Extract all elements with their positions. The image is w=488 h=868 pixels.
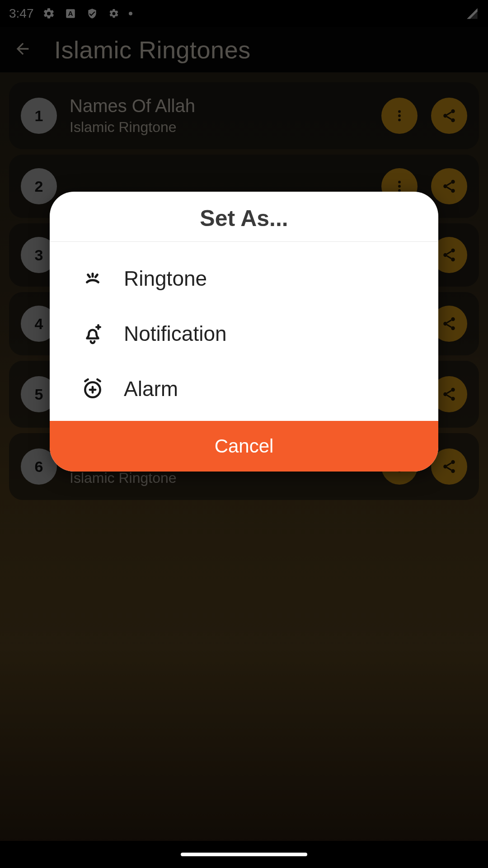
svg-line-40 bbox=[95, 275, 97, 277]
gesture-nav-bar bbox=[0, 841, 488, 868]
svg-line-39 bbox=[88, 275, 90, 277]
notification-icon bbox=[81, 322, 104, 345]
dialog-options: Ringtone Notification bbox=[50, 242, 438, 421]
ringtone-icon bbox=[81, 267, 104, 290]
svg-line-47 bbox=[97, 379, 100, 381]
alarm-icon bbox=[81, 377, 104, 400]
dialog-title: Set As... bbox=[50, 192, 438, 242]
option-label: Ringtone bbox=[124, 266, 207, 291]
option-label: Notification bbox=[124, 321, 227, 346]
set-as-dialog: Set As... Ringtone bbox=[50, 192, 438, 472]
gesture-pill[interactable] bbox=[181, 853, 307, 856]
svg-line-46 bbox=[85, 379, 88, 381]
option-label: Alarm bbox=[124, 377, 178, 401]
option-alarm[interactable]: Alarm bbox=[50, 361, 438, 416]
cancel-button[interactable]: Cancel bbox=[50, 421, 438, 472]
option-notification[interactable]: Notification bbox=[50, 306, 438, 361]
option-ringtone[interactable]: Ringtone bbox=[50, 251, 438, 306]
